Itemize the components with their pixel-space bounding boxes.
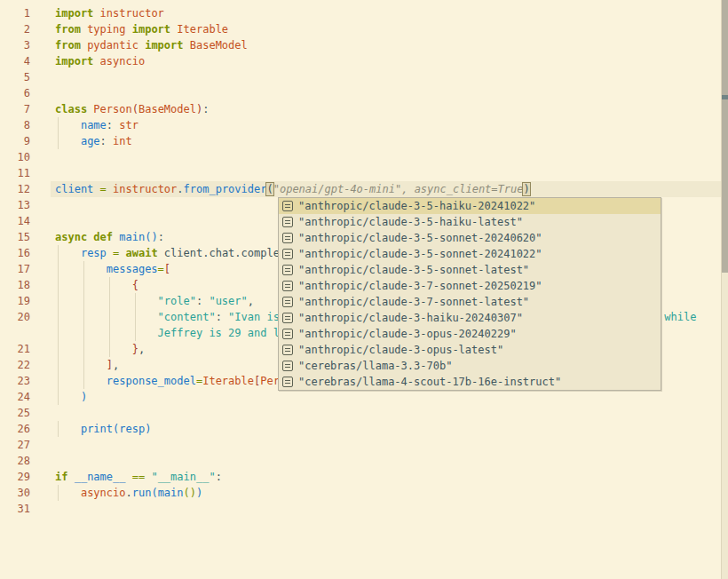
line-number: 12 xyxy=(0,181,30,197)
code-row[interactable]: 4import asyncio xyxy=(0,53,721,69)
line-number: 20 xyxy=(0,309,30,325)
code-row[interactable]: 2from typing import Iterable xyxy=(0,21,721,37)
completion-item[interactable]: "anthropic/claude-3-5-sonnet-20240620" xyxy=(279,230,661,246)
enum-field-icon xyxy=(282,281,293,291)
code-row[interactable]: 9 age: int xyxy=(0,133,721,149)
code-row[interactable]: 1import instructor xyxy=(0,5,721,21)
completion-label: "anthropic/claude-3-5-sonnet-20241022" xyxy=(298,246,542,262)
code-row[interactable]: 5 xyxy=(0,69,721,85)
line-number: 29 xyxy=(0,469,30,485)
line-number: 13 xyxy=(0,197,30,213)
code-row[interactable]: 7class Person(BaseModel): xyxy=(0,101,721,117)
enum-field-icon xyxy=(282,201,293,211)
line-number: 4 xyxy=(0,53,30,69)
line-number: 23 xyxy=(0,373,30,389)
code-line-text: class Person(BaseModel): xyxy=(55,101,209,117)
enum-field-icon xyxy=(282,217,293,227)
line-number: 3 xyxy=(0,37,30,53)
enum-field-icon xyxy=(282,249,293,259)
enum-field-icon xyxy=(282,313,293,323)
code-line-text: messages=[ xyxy=(55,261,170,277)
code-row[interactable]: 3from pydantic import BaseModel xyxy=(0,37,721,53)
completion-item[interactable]: "anthropic/claude-3-7-sonnet-latest" xyxy=(279,294,661,310)
line-number: 18 xyxy=(0,277,30,293)
code-row[interactable]: 25 xyxy=(0,405,721,421)
completion-label: "cerebras/llama-4-scout-17b-16e-instruct… xyxy=(298,374,561,390)
completion-item[interactable]: "anthropic/claude-3-5-sonnet-20241022" xyxy=(279,246,661,262)
code-row[interactable]: 10 xyxy=(0,149,721,165)
completion-item[interactable]: "cerebras/llama-4-scout-17b-16e-instruct… xyxy=(279,374,661,390)
enum-field-icon xyxy=(282,345,293,355)
line-number: 17 xyxy=(0,261,30,277)
code-row[interactable]: 6 xyxy=(0,85,721,101)
code-line-text: from typing import Iterable xyxy=(55,21,228,37)
code-line-text: "role": "user", xyxy=(55,293,254,309)
code-line-text: }, xyxy=(55,341,145,357)
completion-item[interactable]: "anthropic/claude-3-7-sonnet-20250219" xyxy=(279,278,661,294)
line-number: 15 xyxy=(0,229,30,245)
completion-label: "anthropic/claude-3-opus-latest" xyxy=(298,342,503,358)
code-line-text: response_model=Iterable[Per xyxy=(55,373,280,389)
code-line-text: ], xyxy=(55,357,119,373)
completion-label: "anthropic/claude-3-5-haiku-latest" xyxy=(298,214,523,230)
line-number: 6 xyxy=(0,85,30,101)
completion-item[interactable]: "anthropic/claude-3-5-haiku-latest" xyxy=(279,214,661,230)
enum-field-icon xyxy=(282,265,293,275)
enum-field-icon xyxy=(282,377,293,387)
line-number: 22 xyxy=(0,357,30,373)
line-number: 11 xyxy=(0,165,30,181)
line-number: 21 xyxy=(0,341,30,357)
line-number: 8 xyxy=(0,117,30,133)
code-row[interactable]: 12client = instructor.from_provider("ope… xyxy=(0,181,721,197)
code-row[interactable]: 31 xyxy=(0,501,721,517)
code-line-text: name: str xyxy=(55,117,138,133)
code-line-text: import asyncio xyxy=(55,53,145,69)
code-line-text: Jeffrey is 29 and l xyxy=(55,325,280,341)
completion-item[interactable]: "anthropic/claude-3-5-haiku-20241022" xyxy=(279,198,661,214)
line-number: 16 xyxy=(0,245,30,261)
code-row[interactable]: 28 xyxy=(0,453,721,469)
scrollbar-marker xyxy=(722,95,728,99)
completion-popup: "anthropic/claude-3-5-haiku-20241022""an… xyxy=(278,197,661,391)
code-row[interactable]: 26 print(resp) xyxy=(0,421,721,437)
scrollbar-thumb[interactable] xyxy=(722,0,728,273)
code-row[interactable]: 27 xyxy=(0,437,721,453)
line-number: 27 xyxy=(0,437,30,453)
line-number: 28 xyxy=(0,453,30,469)
code-row[interactable]: 29if __name__ == "__main__": xyxy=(0,469,721,485)
line-number: 19 xyxy=(0,293,30,309)
line-number: 24 xyxy=(0,389,30,405)
code-line-text: import instructor xyxy=(55,5,164,21)
line-number: 9 xyxy=(0,133,30,149)
completion-label: "anthropic/claude-3-7-sonnet-latest" xyxy=(298,294,529,310)
completion-label: "cerebras/llama-3.3-70b" xyxy=(298,358,452,374)
completion-label: "anthropic/claude-3-7-sonnet-20250219" xyxy=(298,278,542,294)
enum-field-icon xyxy=(282,297,293,307)
completion-label: "anthropic/claude-3-opus-20240229" xyxy=(298,326,517,342)
completion-item[interactable]: "cerebras/llama-3.3-70b" xyxy=(279,358,661,374)
completion-label: "anthropic/claude-3-5-haiku-20241022" xyxy=(298,198,535,214)
code-line-text: { xyxy=(55,277,138,293)
code-line-text: age: int xyxy=(55,133,132,149)
code-row[interactable]: 24 ) xyxy=(0,389,721,405)
completion-item[interactable]: "anthropic/claude-3-5-sonnet-latest" xyxy=(279,262,661,278)
completion-item[interactable]: "anthropic/claude-3-haiku-20240307" xyxy=(279,310,661,326)
code-row[interactable]: 8 name: str xyxy=(0,117,721,133)
code-line-text: from pydantic import BaseModel xyxy=(55,37,248,53)
code-line-text: print(resp) xyxy=(55,421,151,437)
line-number: 25 xyxy=(0,405,30,421)
code-line-text: ) xyxy=(55,389,87,405)
completion-item[interactable]: "anthropic/claude-3-opus-latest" xyxy=(279,342,661,358)
code-row[interactable]: 30 asyncio.run(main()) xyxy=(0,485,721,501)
line-number: 5 xyxy=(0,69,30,85)
enum-field-icon xyxy=(282,329,293,339)
line-number: 2 xyxy=(0,21,30,37)
line-number: 1 xyxy=(0,5,30,21)
completion-item[interactable]: "anthropic/claude-3-opus-20240229" xyxy=(279,326,661,342)
enum-field-icon xyxy=(282,233,293,243)
code-line-text: async def main(): xyxy=(55,229,164,245)
scrollbar[interactable] xyxy=(721,0,728,579)
code-line-text: asyncio.run(main()) xyxy=(55,485,202,501)
completion-label: "anthropic/claude-3-5-sonnet-20240620" xyxy=(298,230,542,246)
code-row[interactable]: 11 xyxy=(0,165,721,181)
